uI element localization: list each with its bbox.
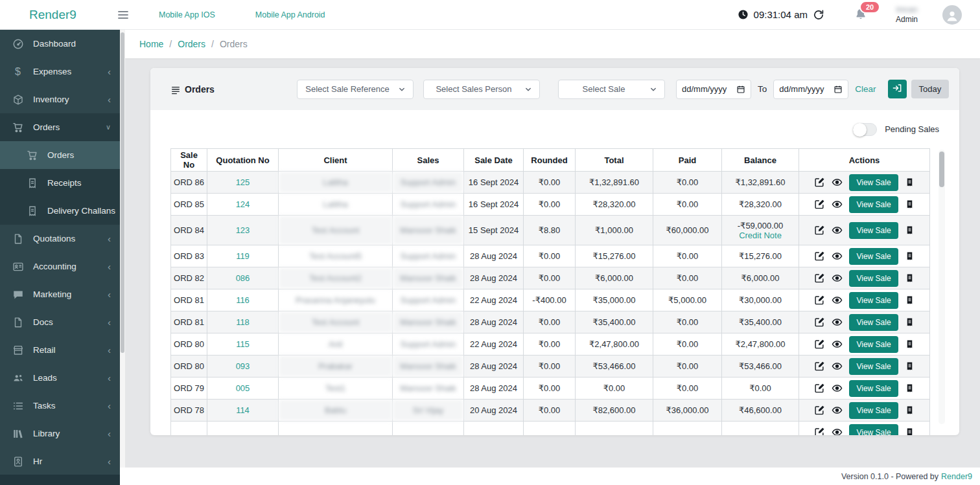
sidebar-item-quotations[interactable]: Quotations ‹ xyxy=(0,225,120,253)
view-sale-button[interactable]: View Sale xyxy=(849,380,898,397)
quotation-no-link[interactable]: 125 xyxy=(207,172,279,194)
eye-icon[interactable] xyxy=(832,427,843,435)
notifications-bell-icon[interactable]: 20 xyxy=(854,7,869,23)
edit-icon[interactable] xyxy=(814,225,825,236)
eye-icon[interactable] xyxy=(832,273,843,284)
breadcrumb-home[interactable]: Home xyxy=(139,39,163,49)
edit-icon[interactable] xyxy=(814,295,825,306)
quotation-no-link[interactable]: 116 xyxy=(207,289,279,311)
receipt-icon[interactable] xyxy=(905,383,915,394)
sidebar-item-orders[interactable]: Orders ∨ xyxy=(0,113,120,141)
quotation-no-link[interactable]: 124 xyxy=(207,194,279,216)
sidebar-item-hr[interactable]: Hr ‹ xyxy=(0,447,120,475)
edit-icon[interactable] xyxy=(814,339,825,350)
view-sale-button[interactable]: View Sale xyxy=(849,358,898,375)
calendar-icon[interactable] xyxy=(736,85,745,94)
edit-icon[interactable] xyxy=(814,361,825,372)
date-from-input[interactable]: dd/mm/yyyy xyxy=(676,80,751,99)
eye-icon[interactable] xyxy=(832,383,843,394)
quotation-no-link[interactable]: 086 xyxy=(207,267,279,289)
select-sale-reference[interactable]: Select Sale Reference xyxy=(297,80,414,99)
receipt-icon[interactable] xyxy=(905,405,915,416)
sidebar-subitem-receipts[interactable]: Receipts xyxy=(0,169,120,197)
sidebar-scrollbar-thumb[interactable] xyxy=(121,32,124,353)
footer-brand-link[interactable]: Render9 xyxy=(941,472,972,481)
apply-filter-button[interactable] xyxy=(888,80,907,98)
view-sale-button[interactable]: View Sale xyxy=(849,270,898,287)
sidebar-item-docs[interactable]: Docs ‹ xyxy=(0,308,120,336)
receipt-icon[interactable] xyxy=(905,177,915,188)
nav-mobile-app-ios[interactable]: Mobile App IOS xyxy=(159,10,215,19)
eye-icon[interactable] xyxy=(832,177,843,188)
user-menu[interactable]: Imran Admin xyxy=(896,5,918,25)
view-sale-button[interactable]: View Sale xyxy=(849,336,898,353)
table-scrollbar[interactable] xyxy=(939,150,945,424)
sidebar-item-expenses[interactable]: $ Expenses ‹ xyxy=(0,58,120,85)
view-sale-button[interactable]: View Sale xyxy=(849,174,898,191)
sidebar-item-marketing[interactable]: Marketing ‹ xyxy=(0,280,120,308)
edit-icon[interactable] xyxy=(814,427,825,435)
sidebar-subitem-orders[interactable]: Orders xyxy=(0,141,120,169)
eye-icon[interactable] xyxy=(832,295,843,306)
table-scrollbar-thumb[interactable] xyxy=(939,152,944,187)
sidebar-item-library[interactable]: Library ‹ xyxy=(0,420,120,447)
today-button[interactable]: Today xyxy=(911,80,950,98)
receipt-icon[interactable] xyxy=(905,295,915,306)
view-sale-button[interactable]: View Sale xyxy=(849,196,898,213)
view-sale-button[interactable]: View Sale xyxy=(849,292,898,309)
quotation-no-link[interactable]: 115 xyxy=(207,333,279,355)
view-sale-button[interactable]: View Sale xyxy=(849,424,898,436)
sidebar-item-inventory[interactable]: Inventory ‹ xyxy=(0,85,120,113)
eye-icon[interactable] xyxy=(832,225,843,236)
quotation-no-link[interactable]: 005 xyxy=(207,378,279,400)
view-sale-button[interactable]: View Sale xyxy=(849,402,898,419)
select-sales-person[interactable]: Select Sales Person xyxy=(423,80,540,99)
edit-icon[interactable] xyxy=(814,317,825,328)
eye-icon[interactable] xyxy=(832,251,843,262)
quotation-no-link[interactable]: 123 xyxy=(207,216,279,245)
clear-filters-link[interactable]: Clear xyxy=(855,84,876,94)
hamburger-menu-icon[interactable] xyxy=(115,8,132,21)
sidebar-item-tasks[interactable]: Tasks ‹ xyxy=(0,392,120,420)
edit-icon[interactable] xyxy=(814,273,825,284)
receipt-icon[interactable] xyxy=(905,199,915,210)
receipt-icon[interactable] xyxy=(905,339,915,350)
app-logo[interactable]: Render9 xyxy=(29,8,107,22)
receipt-icon[interactable] xyxy=(905,361,915,372)
receipt-icon[interactable] xyxy=(905,317,915,328)
sidebar-item-accounting[interactable]: Accounting ‹ xyxy=(0,253,120,280)
view-sale-button[interactable]: View Sale xyxy=(849,248,898,265)
eye-icon[interactable] xyxy=(832,405,843,416)
date-to-input[interactable]: dd/mm/yyyy xyxy=(773,80,848,99)
view-sale-button[interactable]: View Sale xyxy=(849,222,898,239)
receipt-icon[interactable] xyxy=(905,225,915,236)
nav-mobile-app-android[interactable]: Mobile App Android xyxy=(255,10,325,19)
sidebar-subitem-delivery-challans[interactable]: Delivery Challans xyxy=(0,197,120,225)
quotation-no-link[interactable]: 114 xyxy=(207,400,279,422)
sidebar-item-leads[interactable]: Leads ‹ xyxy=(0,364,120,392)
quotation-no-link[interactable]: 119 xyxy=(207,245,279,267)
sidebar-item-retail[interactable]: Retail ‹ xyxy=(0,336,120,364)
sidebar-item-dashboard[interactable]: Dashboard xyxy=(0,30,120,58)
edit-icon[interactable] xyxy=(814,199,825,210)
quotation-no-link[interactable] xyxy=(207,422,279,436)
edit-icon[interactable] xyxy=(814,405,825,416)
sidebar-scrollbar[interactable] xyxy=(120,30,125,468)
select-sale[interactable]: Select Sale xyxy=(558,80,665,99)
receipt-icon[interactable] xyxy=(905,273,915,284)
quotation-no-link[interactable]: 118 xyxy=(207,311,279,333)
breadcrumb-orders[interactable]: Orders xyxy=(178,39,205,49)
refresh-icon[interactable] xyxy=(813,9,824,21)
calendar-icon[interactable] xyxy=(834,85,843,94)
eye-icon[interactable] xyxy=(832,361,843,372)
view-sale-button[interactable]: View Sale xyxy=(849,314,898,331)
edit-icon[interactable] xyxy=(814,177,825,188)
quotation-no-link[interactable]: 093 xyxy=(207,355,279,378)
eye-icon[interactable] xyxy=(832,199,843,210)
edit-icon[interactable] xyxy=(814,383,825,394)
receipt-icon[interactable] xyxy=(905,427,915,435)
receipt-icon[interactable] xyxy=(905,251,915,262)
pending-sales-toggle[interactable] xyxy=(853,123,877,136)
edit-icon[interactable] xyxy=(814,251,825,262)
credit-note-link[interactable]: Credit Note xyxy=(725,231,796,240)
